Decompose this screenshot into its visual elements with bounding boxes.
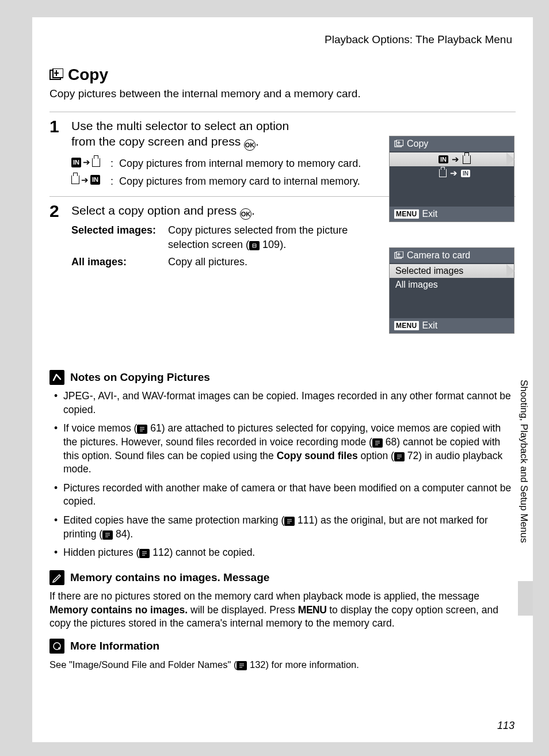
arrow-right-icon: ➔ (81, 174, 89, 186)
page-ref-icon (237, 661, 247, 670)
menu-button-icon: MENU (394, 209, 419, 219)
warning-icon (49, 370, 64, 385)
screen-option-selected: IN ➔ (390, 152, 514, 166)
section-title: Copy (49, 66, 516, 84)
side-tab: Shooting, Playback and Setup Menus (513, 362, 533, 616)
running-head: Playback Options: The Playback Menu (49, 33, 512, 46)
memory-card-icon (463, 155, 471, 164)
step-text: Select a copy option and press OK. (71, 203, 342, 220)
memory-message-text: If there are no pictures stored on the m… (49, 590, 516, 631)
side-section-label: Shooting, Playback and Setup Menus (518, 380, 529, 543)
section-intro: Copy pictures between the internal memor… (49, 87, 516, 100)
step-number: 1 (49, 118, 63, 135)
copy-icon (394, 140, 403, 148)
internal-memory-icon: IN (90, 175, 100, 185)
internal-memory-icon: IN (439, 155, 448, 163)
memory-message-heading: Memory contains no images. Message (49, 570, 516, 585)
step-number: 2 (49, 203, 63, 220)
page-ref-icon (139, 549, 150, 558)
screen-title: Camera to card (407, 250, 470, 261)
arrow-right-icon: ➔ (450, 168, 458, 178)
camera-screen-copy: Copy IN ➔ ➔ IN MENU Exit (389, 136, 514, 222)
note-item: JPEG-, AVI-, and WAV-format images can b… (58, 390, 516, 417)
arrow-right-icon: ➔ (83, 156, 90, 168)
pencil-icon (49, 570, 64, 585)
note-item: If voice memos ( 61) are attached to pic… (58, 422, 516, 476)
notes-heading: Notes on Copying Pictures (49, 370, 516, 385)
screen-option: ➔ IN (390, 166, 514, 180)
step-text: Use the multi selector to select an opti… (71, 118, 342, 151)
page-number: 113 (497, 720, 514, 732)
page-ref-icon (372, 438, 383, 448)
memory-card-icon (71, 175, 79, 184)
divider (49, 112, 516, 112)
copy-icon (394, 251, 403, 259)
screen-title: Copy (407, 139, 428, 149)
note-item: Hidden pictures ( 112) cannot be copied. (58, 546, 516, 560)
internal-memory-icon: IN (461, 170, 470, 177)
more-info-text: See "Image/Sound File and Folder Names" … (49, 658, 516, 671)
info-icon (49, 639, 64, 654)
copy-icon (49, 68, 63, 81)
menu-text-inline: MENU (298, 604, 327, 616)
notes-list: JPEG-, AVI-, and WAV-format images can b… (49, 390, 516, 560)
screen-footer: Exit (422, 320, 438, 331)
page-ref-icon (249, 241, 260, 250)
screen-option-selected: Selected images (390, 264, 514, 278)
page-ref-icon (394, 452, 405, 461)
arrow-right-icon: ➔ (452, 154, 459, 165)
page-ref-icon (102, 530, 113, 540)
screen-option: All images (390, 278, 514, 292)
svg-point-20 (58, 647, 60, 650)
more-info-heading: More Information (49, 639, 516, 654)
menu-button-icon: MENU (394, 321, 419, 330)
ok-icon: OK (240, 208, 251, 220)
memory-card-icon (92, 158, 100, 167)
side-tab-chip (518, 581, 533, 616)
memory-card-icon (439, 169, 447, 177)
note-item: Edited copies have the same protection m… (58, 514, 516, 541)
screen-footer: Exit (422, 209, 438, 219)
page-ref-icon (284, 517, 295, 526)
note-item: Pictures recorded with another make of c… (58, 482, 516, 509)
ok-icon: OK (244, 139, 256, 151)
internal-memory-icon: IN (71, 158, 81, 167)
camera-screen-camera-to-card: Camera to card Selected images All image… (389, 247, 514, 334)
page-ref-icon (137, 425, 147, 434)
